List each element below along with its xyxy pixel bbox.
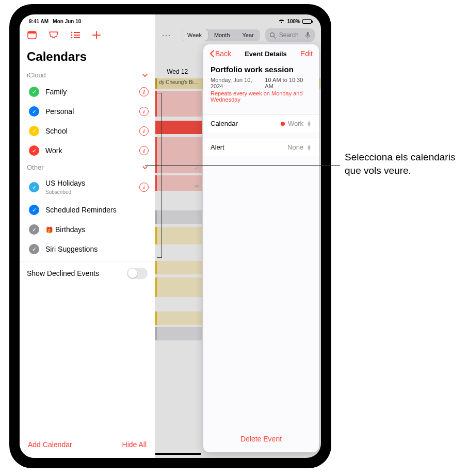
alert-row[interactable]: Alert None ▲▼ bbox=[203, 138, 319, 156]
calendar-row[interactable]: Calendar Work ▲▼ bbox=[203, 114, 319, 133]
event-block[interactable]: ⇄ bbox=[155, 137, 202, 173]
chevron-down-icon bbox=[142, 73, 148, 78]
status-date: Mon Jun 10 bbox=[53, 19, 81, 24]
back-button[interactable]: Back bbox=[209, 50, 231, 58]
add-calendar-button[interactable]: Add Calendar bbox=[28, 440, 72, 449]
show-declined-toggle[interactable] bbox=[127, 268, 148, 279]
callout-bracket bbox=[157, 93, 162, 258]
allday-event-label: dy Cheung's Bi… bbox=[159, 79, 199, 85]
hide-all-button[interactable]: Hide All bbox=[122, 440, 147, 449]
event-block[interactable]: ⇄ bbox=[155, 175, 202, 191]
event-block[interactable] bbox=[155, 311, 202, 325]
section-label: Other bbox=[27, 163, 44, 171]
popover-body: Portfolio work session Monday, Jun 10, 2… bbox=[203, 63, 319, 109]
updown-icon: ▲▼ bbox=[306, 121, 312, 127]
calendar-item-birthdays[interactable]: ✓ 🎁Birthdays bbox=[20, 220, 155, 239]
checkmark-icon[interactable]: ✓ bbox=[29, 145, 39, 156]
section-header-icloud[interactable]: iCloud bbox=[20, 68, 155, 82]
calendar-label: Personal bbox=[45, 107, 74, 116]
event-title: Portfolio work session bbox=[211, 63, 312, 77]
event-detail-popover: Back Event Details Edit Portfolio work s… bbox=[203, 44, 319, 452]
calendar-label: 🎁Birthdays bbox=[45, 225, 85, 234]
segment-year[interactable]: Year bbox=[236, 29, 260, 41]
svg-rect-9 bbox=[307, 32, 309, 36]
section-header-other[interactable]: Other bbox=[20, 160, 155, 174]
checkmark-icon[interactable]: ✓ bbox=[29, 244, 39, 254]
svg-point-4 bbox=[71, 35, 73, 36]
svg-rect-5 bbox=[74, 35, 80, 36]
checkmark-icon[interactable]: ✓ bbox=[29, 224, 39, 235]
more-icon[interactable]: ⋯ bbox=[162, 29, 172, 41]
calendar-label: School bbox=[45, 127, 68, 135]
toolbar-right: ⋯ Week Month Year Search bbox=[155, 28, 321, 42]
segment-week[interactable]: Week bbox=[181, 29, 208, 41]
svg-rect-3 bbox=[74, 32, 80, 33]
status-left: 9:41 AM Mon Jun 10 bbox=[29, 19, 81, 24]
status-bar: 9:41 AM Mon Jun 10 100% bbox=[20, 14, 321, 26]
calendar-item-school[interactable]: ✓ School i bbox=[20, 121, 155, 141]
event-block-selected[interactable] bbox=[155, 121, 202, 134]
event-time: 10 AM to 10:30 AM bbox=[265, 77, 312, 89]
edit-button[interactable]: Edit bbox=[300, 50, 313, 58]
screen: 9:41 AM Mon Jun 10 100% bbox=[20, 14, 321, 458]
updown-icon: ▲▼ bbox=[306, 144, 312, 151]
search-input[interactable]: Search bbox=[265, 28, 315, 42]
inbox-icon[interactable] bbox=[49, 31, 59, 39]
calendar-item-family[interactable]: ✓ Family i bbox=[20, 82, 155, 102]
event-block[interactable] bbox=[155, 227, 202, 244]
show-declined-label: Show Declined Events bbox=[27, 269, 99, 277]
subscribed-label: Subscribed bbox=[45, 189, 71, 195]
event-datetime: Monday, Jun 10, 2024 10 AM to 10:30 AM bbox=[211, 77, 312, 89]
info-icon[interactable]: i bbox=[139, 87, 149, 96]
mic-icon[interactable] bbox=[305, 31, 311, 39]
calendar-item-usholidays[interactable]: ✓ US Holidays Subscribed i bbox=[20, 174, 155, 200]
view-segmented[interactable]: Week Month Year bbox=[181, 29, 260, 41]
checkmark-icon[interactable]: ✓ bbox=[29, 182, 39, 192]
event-repeats: Repeats every week on Monday and Wednesd… bbox=[211, 89, 312, 103]
checkmark-icon[interactable]: ✓ bbox=[29, 126, 39, 136]
calendar-item-reminders[interactable]: ✓ Scheduled Reminders bbox=[20, 200, 155, 220]
weekday-wed[interactable]: Wed 12 bbox=[167, 68, 188, 75]
section-label: iCloud bbox=[27, 71, 46, 79]
status-time: 9:41 AM bbox=[29, 19, 49, 24]
calendar-label: Work bbox=[45, 146, 62, 155]
calendar-item-personal[interactable]: ✓ Personal i bbox=[20, 102, 155, 121]
alert-row-label: Alert bbox=[211, 143, 224, 151]
info-icon[interactable]: i bbox=[139, 146, 149, 155]
calendar-item-work[interactable]: ✓ Work i bbox=[20, 141, 155, 160]
checkmark-icon[interactable]: ✓ bbox=[29, 106, 39, 117]
event-block[interactable] bbox=[155, 261, 202, 274]
calendar-label: Siri Suggestions bbox=[45, 245, 98, 253]
list-icon[interactable] bbox=[70, 31, 80, 39]
show-declined-row: Show Declined Events bbox=[20, 261, 155, 285]
dot-icon bbox=[281, 122, 285, 126]
calendar-app-icon[interactable] bbox=[27, 30, 37, 40]
add-icon[interactable] bbox=[92, 30, 101, 40]
event-block[interactable] bbox=[155, 277, 202, 297]
ipad-frame: 9:41 AM Mon Jun 10 100% bbox=[9, 4, 331, 468]
sidebar-footer: Add Calendar Hide All bbox=[20, 433, 155, 458]
info-icon[interactable]: i bbox=[139, 183, 149, 192]
segment-month[interactable]: Month bbox=[208, 29, 236, 41]
checkmark-icon[interactable]: ✓ bbox=[29, 205, 39, 215]
search-icon bbox=[269, 32, 276, 39]
battery-icon bbox=[302, 19, 312, 24]
event-block[interactable] bbox=[155, 210, 202, 224]
event-block[interactable] bbox=[155, 91, 202, 117]
status-right: 100% bbox=[278, 19, 312, 24]
callout-text: Selecciona els calendaris que vols veure… bbox=[345, 151, 458, 177]
info-icon[interactable]: i bbox=[139, 107, 149, 116]
info-icon[interactable]: i bbox=[139, 126, 149, 136]
calendar-item-siri[interactable]: ✓ Siri Suggestions bbox=[20, 239, 155, 259]
popover-title: Event Details bbox=[245, 50, 287, 58]
checkmark-icon[interactable]: ✓ bbox=[29, 87, 39, 97]
svg-point-8 bbox=[270, 32, 274, 37]
event-block[interactable] bbox=[155, 327, 202, 340]
calendar-label: US Holidays Subscribed bbox=[45, 179, 85, 195]
gift-icon: 🎁 bbox=[45, 226, 53, 234]
search-placeholder: Search bbox=[279, 31, 299, 39]
delete-event-button[interactable]: Delete Event bbox=[203, 156, 319, 452]
toolbar: ⋯ Week Month Year Search bbox=[20, 26, 321, 44]
calendar-label: Family bbox=[45, 88, 67, 96]
calendar-row-label: Calendar bbox=[211, 120, 238, 127]
